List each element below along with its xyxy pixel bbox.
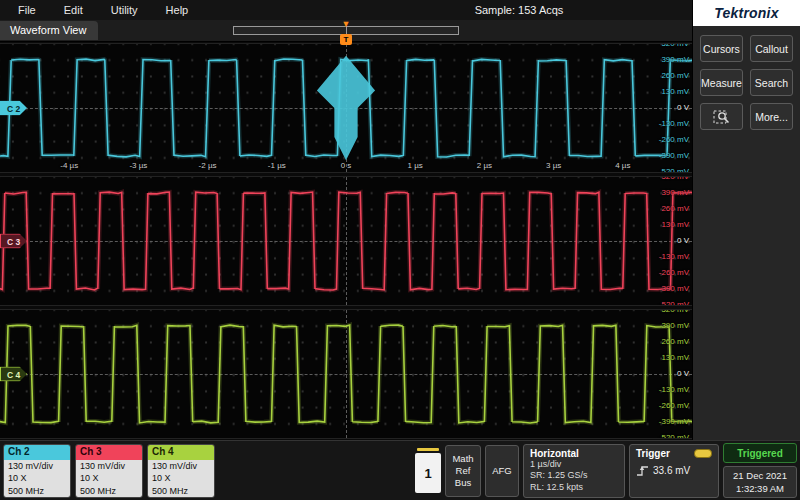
waveform-view-header: Waveform View ▼ T: [0, 20, 692, 42]
ch2-probe: 10 X: [8, 472, 66, 485]
ch3-bandwidth: 500 MHz: [80, 485, 138, 498]
ref-label: Ref: [456, 465, 471, 477]
zoom-area-button[interactable]: [700, 103, 743, 130]
afg-label: AFG: [492, 465, 512, 477]
ch4-bandwidth: 500 MHz: [152, 485, 210, 498]
measure-button[interactable]: Measure: [700, 69, 743, 96]
datetime-display: 21 Dec 2021 1:32:39 AM: [723, 466, 797, 498]
ch2-scale: 130 mV/div: [8, 460, 66, 473]
horizontal-title: Horizontal: [530, 448, 618, 459]
zoom-area-icon: [713, 109, 731, 125]
right-panel-buttons: Cursors Callout Measure Search More...: [693, 26, 800, 139]
horizontal-panel[interactable]: Horizontal 1 µs/div SR: 1.25 GS/s RL: 12…: [523, 444, 625, 498]
time-text: 1:32:39 AM: [724, 482, 796, 495]
waveform-trace: [0, 192, 692, 290]
waveform-trace: [0, 325, 692, 423]
oscilloscope-app: File Edit Utility Help Sample: 153 Acqs …: [0, 0, 800, 500]
ch4-probe: 10 X: [152, 472, 210, 485]
math-ref-bus-button[interactable]: Math Ref Bus: [445, 445, 481, 497]
plot-channel-2[interactable]: 520 mV390 mV260 mV130 mV0 V-130 mV-260 m…: [0, 43, 692, 173]
bus-label: Bus: [455, 477, 471, 489]
math-label: Math: [452, 453, 473, 465]
status-column: Triggered 21 Dec 2021 1:32:39 AM: [723, 443, 797, 498]
acquisition-status: Sample: 153 Acqs: [475, 4, 564, 16]
callout-button[interactable]: Callout: [750, 35, 793, 62]
trigger-t-icon: T: [340, 34, 352, 45]
zoom-factor-group: 1: [415, 448, 441, 493]
sample-rate: SR: 1.25 GS/s: [530, 470, 618, 482]
ch2-bandwidth: 500 MHz: [8, 485, 66, 498]
waveform-svg-ch4: [0, 310, 692, 438]
ch3-probe: 10 X: [80, 472, 138, 485]
search-button[interactable]: Search: [750, 69, 793, 96]
waveform-plots: 520 mV390 mV260 mV130 mV0 V-130 mV-260 m…: [0, 42, 692, 440]
cursors-button[interactable]: Cursors: [700, 35, 743, 62]
waveform-trace: [0, 325, 692, 423]
channel-4-label: Ch 4: [148, 445, 214, 460]
horizontal-scale: 1 µs/div: [530, 459, 618, 471]
more-button[interactable]: More...: [750, 103, 793, 130]
brand-strip: Tektronix: [693, 0, 800, 26]
right-panel: Tektronix Cursors Callout Measure Search…: [692, 0, 800, 440]
waveform-svg-ch3: [0, 177, 692, 305]
afg-marker-line: [417, 448, 439, 451]
channel-2-badge[interactable]: Ch 2 130 mV/div 10 X 500 MHz: [3, 444, 71, 498]
menu-edit[interactable]: Edit: [50, 4, 97, 16]
record-length: RL: 12.5 kpts: [530, 482, 618, 494]
channel-3-label: Ch 3: [76, 445, 142, 460]
afg-button[interactable]: AFG: [485, 445, 519, 497]
trigger-title: Trigger: [636, 448, 670, 459]
plot-channel-4[interactable]: 520 mV390 mV260 mV130 mV0 V-130 mV-260 m…: [0, 309, 692, 439]
pin-icon[interactable]: [0, 44, 692, 172]
menu-utility[interactable]: Utility: [97, 4, 152, 16]
menu-help[interactable]: Help: [152, 4, 203, 16]
trigger-level: 33.6 mV: [653, 465, 690, 476]
rising-edge-icon: [636, 464, 649, 477]
waveform-view-title: Waveform View: [0, 21, 98, 40]
channel-2-label: Ch 2: [4, 445, 70, 460]
menu-file[interactable]: File: [0, 4, 50, 16]
trigger-source-indicator: [694, 449, 712, 458]
menubar: File Edit Utility Help Sample: 153 Acqs: [0, 0, 692, 20]
bottom-bar: Ch 2 130 mV/div 10 X 500 MHz Ch 3 130 mV…: [0, 440, 800, 500]
channel-3-badge[interactable]: Ch 3 130 mV/div 10 X 500 MHz: [75, 444, 143, 498]
trigger-panel[interactable]: Trigger 33.6 mV: [629, 444, 719, 498]
plot-channel-3[interactable]: 520 mV390 mV260 mV130 mV0 V-130 mV-260 m…: [0, 176, 692, 306]
trigger-arrow-icon: ▼: [340, 20, 352, 28]
trigger-status-badge: Triggered: [723, 443, 797, 463]
ch3-scale: 130 mV/div: [80, 460, 138, 473]
channel-4-badge[interactable]: Ch 4 130 mV/div 10 X 500 MHz: [147, 444, 215, 498]
date-text: 21 Dec 2021: [724, 469, 796, 482]
zoom-factor-button[interactable]: 1: [415, 453, 441, 493]
tektronix-logo: Tektronix: [714, 5, 778, 21]
waveform-trace: [0, 192, 692, 290]
trigger-position-marker[interactable]: ▼ T: [340, 20, 352, 46]
ch4-scale: 130 mV/div: [152, 460, 210, 473]
